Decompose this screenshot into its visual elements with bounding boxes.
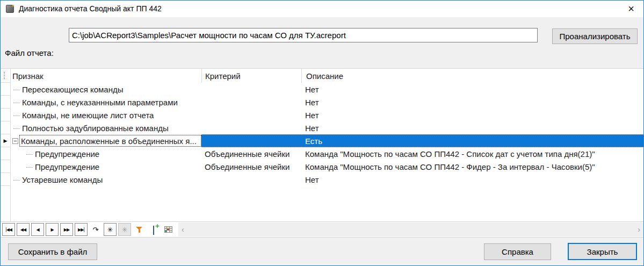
nav-first-button[interactable]: |◀◀ xyxy=(2,223,15,236)
row-indicator xyxy=(1,96,10,109)
column-header-criterion[interactable]: Критерий xyxy=(201,69,301,83)
criterion-cell: Объединенные ячейки xyxy=(201,147,301,160)
diagnostics-grid: Признак Критерий Описание Пересекающиеся… xyxy=(1,68,643,221)
scroll-right-icon[interactable]: › xyxy=(638,225,640,234)
focused-cell: Команды, расположенные в объединенных я.… xyxy=(19,135,201,147)
column-header-feature[interactable]: Признак xyxy=(10,69,201,83)
first-record-icon: |◀◀ xyxy=(5,227,12,232)
refresh-icon: ↷ xyxy=(93,226,99,234)
criterion-cell xyxy=(201,83,301,96)
row-indicator xyxy=(1,83,10,96)
description-cell: Нет xyxy=(301,109,643,121)
save-plus-icon: + xyxy=(150,226,157,233)
column-header-description[interactable]: Описание xyxy=(301,69,643,83)
feature-cell: Команды, с неуказаннными параметрами xyxy=(22,98,178,107)
app-icon xyxy=(6,5,14,13)
description-cell: Команда "Мощность по часам СО ПП442 - Сп… xyxy=(301,147,643,160)
report-file-input[interactable] xyxy=(69,28,538,42)
nav-filter-button[interactable] xyxy=(133,223,146,236)
nav-refresh-button[interactable]: ↷ xyxy=(89,223,102,236)
description-cell: Нет xyxy=(301,173,643,186)
nav-next-page-button[interactable]: ▶▶ xyxy=(60,223,73,236)
help-button[interactable]: Справка xyxy=(484,243,551,260)
tree-line xyxy=(13,180,20,181)
next-page-icon: ▶▶ xyxy=(64,227,69,232)
table-row[interactable]: Полностью задублированные команды Нет xyxy=(1,121,643,134)
criterion-cell xyxy=(201,173,301,186)
filter-funnel-icon xyxy=(136,227,142,233)
last-record-icon: ▶▶| xyxy=(78,227,84,232)
report-file-label: Файл отчета: xyxy=(5,48,54,57)
description-cell: Команда "Мощность по часам СО ПП442 - Фи… xyxy=(301,160,643,173)
nav-save-bookmark-button[interactable]: + xyxy=(147,223,160,236)
description-cell: Есть xyxy=(301,134,643,147)
prior-page-icon: ◀◀ xyxy=(20,227,26,232)
description-cell: Нет xyxy=(301,96,643,109)
tree-line xyxy=(26,154,33,155)
file-section: Файл отчета: Проанализировать xyxy=(1,17,643,68)
criterion-cell: Объединенные ячейки xyxy=(201,160,301,173)
window-title: Диагностика отчета Сводный акт ПП 442 xyxy=(19,1,162,17)
save-to-file-button[interactable]: Сохранить в файл xyxy=(8,243,97,260)
grid-corner xyxy=(1,69,10,83)
grid-corner-icon xyxy=(4,72,5,80)
description-cell: Нет xyxy=(301,121,643,134)
criterion-cell xyxy=(201,121,301,134)
diagnostics-dialog: Диагностика отчета Сводный акт ПП 442 × … xyxy=(0,0,644,266)
current-row-indicator: ▶ xyxy=(1,134,10,147)
nav-prior-page-button[interactable]: ◀◀ xyxy=(17,223,30,236)
feature-cell: Предупреждение xyxy=(35,149,99,159)
scroll-left-icon[interactable]: ‹ xyxy=(182,225,184,234)
table-row[interactable]: Команды, с неуказаннными параметрами Нет xyxy=(1,96,643,109)
tree-line xyxy=(26,167,33,168)
footer-panel: Сохранить в файл Справка Закрыть xyxy=(1,237,643,265)
grid-horizontal-scrollbar[interactable]: ‹ › xyxy=(178,222,643,236)
nav-expand-all-button[interactable]: ✳ xyxy=(104,223,117,236)
description-cell: Нет xyxy=(301,83,643,96)
close-icon: × xyxy=(628,3,634,15)
criterion-cell xyxy=(201,109,301,121)
analyze-button[interactable]: Проанализировать xyxy=(552,28,638,44)
table-row[interactable]: Команды, не имеющие лист отчета Нет xyxy=(1,109,643,121)
table-row[interactable]: Предупреждение Объединенные ячейки Коман… xyxy=(1,147,643,160)
close-button[interactable]: Закрыть xyxy=(568,243,637,260)
table-row[interactable]: Пересекающиеся команды Нет xyxy=(1,83,643,96)
close-window-button[interactable]: × xyxy=(619,1,643,17)
next-record-icon: ▶ xyxy=(50,227,53,232)
criterion-cell xyxy=(201,134,301,147)
row-indicator xyxy=(1,147,10,160)
table-row[interactable]: Устаревшие команды Нет xyxy=(1,173,643,186)
prior-record-icon: ◀ xyxy=(36,227,39,232)
feature-cell: Предупреждение xyxy=(35,162,99,171)
navigator-buttons: |◀◀ ◀◀ ◀ ▶ ▶▶ ▶▶| ↷ ✳ ✳ + xyxy=(2,223,175,236)
current-row-arrow-icon: ▶ xyxy=(4,138,8,143)
feature-cell: Пересекающиеся команды xyxy=(22,85,124,94)
tree-line xyxy=(13,103,20,103)
row-indicator xyxy=(1,160,10,173)
customize-grid-icon xyxy=(164,226,172,233)
nav-last-button[interactable]: ▶▶| xyxy=(75,223,88,236)
row-indicator xyxy=(1,109,10,121)
grid-navigator: |◀◀ ◀◀ ◀ ▶ ▶▶ ▶▶| ↷ ✳ ✳ + xyxy=(1,221,643,237)
nav-prior-button[interactable]: ◀ xyxy=(31,223,44,236)
criterion-cell xyxy=(201,96,301,109)
title-bar: Диагностика отчета Сводный акт ПП 442 × xyxy=(1,1,643,17)
tree-line xyxy=(13,90,20,90)
nav-collapse-all-button[interactable]: ✳ xyxy=(118,223,131,236)
nav-customize-button[interactable] xyxy=(162,223,175,236)
collapse-all-icon: ✳ xyxy=(122,226,128,234)
tree-line xyxy=(13,116,20,116)
feature-cell: Полностью задублированные команды xyxy=(22,124,169,133)
table-row-selected[interactable]: ▶ Команды, расположенные в объединенных … xyxy=(1,134,643,147)
feature-cell: Команды, расположенные в объединенных я.… xyxy=(21,136,197,146)
tree-line xyxy=(13,128,20,129)
collapse-expander-icon[interactable] xyxy=(12,138,18,144)
row-indicator xyxy=(1,121,10,134)
table-row[interactable]: Предупреждение Объединенные ячейки Коман… xyxy=(1,160,643,173)
nav-next-button[interactable]: ▶ xyxy=(46,223,59,236)
grid-header: Признак Критерий Описание xyxy=(1,69,643,83)
feature-cell: Устаревшие команды xyxy=(22,175,103,184)
feature-cell: Команды, не имеющие лист отчета xyxy=(22,111,154,120)
row-indicator xyxy=(1,173,10,186)
expand-all-icon: ✳ xyxy=(107,226,113,234)
